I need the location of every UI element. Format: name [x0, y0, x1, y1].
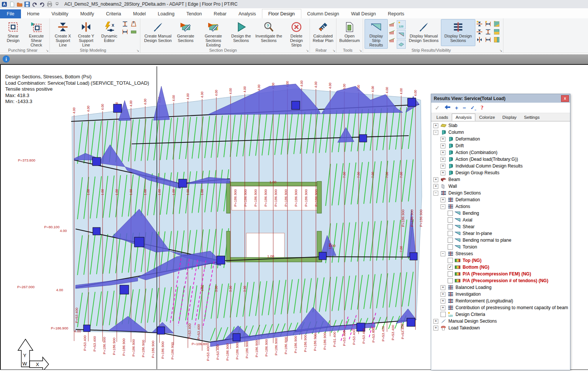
spanv-icon[interactable] — [485, 28, 491, 35]
spanh-icon[interactable] — [122, 28, 128, 35]
tab-column-design[interactable]: Column Design — [301, 9, 345, 18]
expand-icon[interactable]: + — [441, 305, 445, 310]
tree-item-p-a-precompression-of-tendons-ng[interactable]: P/A (Precompression # of tendons) (NG) — [431, 277, 570, 284]
new-file-icon[interactable] — [9, 1, 15, 7]
display-design-sections-button[interactable]: Display Design Sections — [441, 19, 475, 46]
slab3d-icon[interactable] — [397, 40, 406, 49]
remove-icon[interactable]: − — [463, 105, 466, 111]
expand-icon[interactable]: + — [441, 292, 445, 297]
tree-item-wall[interactable]: +Wall — [431, 183, 570, 190]
tab-reports[interactable]: Reports — [382, 9, 410, 18]
quick-access-chevron-icon[interactable] — [54, 1, 60, 7]
spanh-icon[interactable] — [485, 36, 491, 43]
open-file-icon[interactable] — [16, 1, 22, 7]
tree-item-individual-column-design-results[interactable]: +Individual Column Design Results — [431, 163, 570, 169]
expand-icon[interactable]: + — [441, 144, 445, 148]
tab-modify[interactable]: Modify — [74, 9, 100, 18]
sq-solid-icon[interactable] — [493, 36, 500, 43]
collapse-icon[interactable]: − — [433, 191, 438, 196]
tree-item-top-ng[interactable]: Top (NG) — [431, 257, 570, 264]
dot-123-icon[interactable]: 123 — [397, 20, 406, 29]
drop-cap-icon[interactable] — [130, 21, 137, 27]
generate-sections-button[interactable]: Generate Sections — [174, 19, 197, 46]
redo-icon[interactable] — [39, 1, 45, 7]
tree-item-action-combination[interactable]: +Action (Combination) — [431, 149, 570, 156]
dynamic-editor-button[interactable]: xDynamic Editor — [98, 19, 121, 46]
tree-item-slab[interactable]: +Slab — [431, 122, 570, 129]
checkbox[interactable] — [448, 211, 453, 216]
back-arrow-icon[interactable] — [444, 105, 451, 111]
create-y-support-line-button[interactable]: Create Y Support Line — [74, 19, 98, 49]
tab-wall-design[interactable]: Wall Design — [345, 9, 382, 18]
tree-item-shear-in-plane[interactable]: Shear In-plane — [431, 230, 570, 237]
results-tab-display[interactable]: Display — [499, 114, 520, 121]
checkbox[interactable] — [448, 224, 453, 229]
tree-item-investigation[interactable]: +Investigation — [431, 291, 570, 298]
expand-icon[interactable]: + — [441, 150, 445, 155]
tab-floor-design[interactable]: Floor Design — [262, 9, 301, 18]
rebar-chart-icon[interactable] — [389, 28, 395, 35]
dialog-launcher-icon[interactable]: ↘ — [136, 49, 139, 52]
help-icon[interactable]: ? — [481, 105, 484, 111]
tab-file[interactable]: File — [0, 9, 21, 18]
tree-item-balanced-loading[interactable]: +Balanced Loading — [431, 284, 570, 291]
dialog-launcher-icon[interactable]: ↘ — [359, 49, 362, 52]
checkbox[interactable] — [441, 312, 446, 317]
tree-item-deformation[interactable]: +Deformation — [431, 136, 570, 142]
tree-item-bottom-ng[interactable]: ✓Bottom (NG) — [431, 264, 570, 271]
tree-item-torsion[interactable]: Torsion — [431, 244, 570, 250]
dialog-launcher-icon[interactable]: ↘ — [306, 49, 309, 52]
expand-icon[interactable]: + — [441, 299, 445, 304]
close-icon[interactable]: x — [561, 95, 569, 102]
checkbox[interactable] — [448, 278, 453, 283]
tree-item-stresses[interactable]: −Stresses — [431, 250, 570, 257]
checkbox[interactable] — [448, 231, 453, 236]
tree-item-deformation[interactable]: +Deformation — [431, 196, 570, 203]
tab-rebar[interactable]: Rebar — [208, 9, 232, 18]
tab-model[interactable]: Model — [127, 9, 152, 18]
investigate-the-sections-button[interactable]: ?Investigate the Sections — [253, 19, 285, 46]
expand-icon[interactable]: + — [441, 197, 445, 202]
tab-home[interactable]: Home — [21, 9, 45, 18]
tree-item-actions[interactable]: −Actions — [431, 203, 570, 210]
tree-item-design-criteria[interactable]: 123Design Criteria — [431, 311, 570, 318]
dialog-launcher-icon[interactable]: ↘ — [332, 49, 335, 52]
tree-item-bending-normal-to-plane[interactable]: Bending normal to plane — [431, 237, 570, 244]
patch-icon[interactable] — [130, 28, 137, 35]
save-icon[interactable] — [24, 1, 30, 7]
collapse-icon[interactable]: − — [433, 130, 438, 135]
tree-item-load-takedown[interactable]: +Load Takedown — [431, 325, 570, 331]
add-icon[interactable]: + — [455, 105, 458, 111]
checkbox[interactable]: ✓ — [448, 265, 453, 270]
print-icon[interactable] — [46, 1, 52, 7]
checkbox[interactable] — [448, 217, 453, 223]
dot-xsup-icon[interactable] — [476, 21, 483, 27]
delete-design-strips-button[interactable]: Delete Design Strips — [285, 19, 308, 49]
tree-item-action-dead-load-tributary-g[interactable]: +Action (Dead load(Tributary:G)) — [431, 156, 570, 163]
expand-icon[interactable]: + — [441, 164, 445, 169]
tree-item-drift[interactable]: +Drift — [431, 142, 570, 149]
results-tab-loads[interactable]: Loads — [433, 114, 452, 121]
display-manual-design-sections-button[interactable]: Display Manual Design Sections — [406, 19, 441, 46]
tab-criteria[interactable]: Criteria — [100, 9, 127, 18]
results-tab-settings[interactable]: Settings — [520, 114, 543, 121]
tree-item-design-sections[interactable]: −Design Sections — [431, 190, 570, 196]
tree-item-beam[interactable]: +Beam — [431, 176, 570, 183]
checkbox[interactable] — [448, 271, 453, 277]
generate-sections-existing-button[interactable]: Generate Sections Existing — [197, 19, 229, 49]
strip-result-icon[interactable] — [397, 30, 406, 39]
expand-icon[interactable]: + — [441, 285, 445, 290]
results-tab-analysis[interactable]: Analysis — [452, 114, 475, 121]
collapse-icon[interactable]: − — [441, 204, 445, 209]
tree-item-shear[interactable]: Shear — [431, 223, 570, 230]
rebar-chart-icon[interactable] — [389, 21, 395, 27]
dot-spanh-icon[interactable] — [485, 21, 491, 27]
spanv-icon[interactable] — [122, 21, 128, 27]
tree-item-axial[interactable]: Axial — [431, 217, 570, 223]
checkbox[interactable] — [448, 238, 453, 243]
expand-icon[interactable]: + — [433, 319, 438, 324]
tab-loading[interactable]: Loading — [152, 9, 181, 18]
results-tab-colorize[interactable]: Colorize — [475, 114, 499, 121]
xsup-icon[interactable] — [476, 28, 483, 35]
dialog-launcher-icon[interactable]: ↘ — [499, 49, 502, 52]
